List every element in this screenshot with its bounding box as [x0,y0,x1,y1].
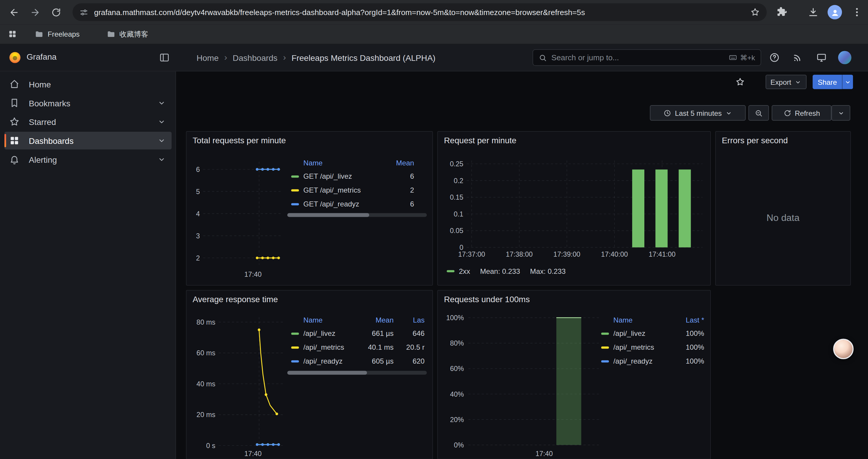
series-marker [291,346,299,348]
reload-button[interactable] [46,3,65,22]
grafana-logo[interactable] [8,51,22,64]
keyboard-icon [728,53,737,62]
share-button[interactable]: Share [813,75,842,89]
svg-text:20 ms: 20 ms [196,411,215,419]
extensions-button[interactable] [776,6,787,18]
legend-column-header[interactable]: Last * [674,316,704,324]
svg-text:0.1: 0.1 [454,210,464,218]
chevron-down-icon [725,109,732,117]
browser-menu-button[interactable] [851,6,862,18]
sidebar-item-bookmarks[interactable]: Bookmarks [4,94,172,112]
panel-legend: NameMeanGET /api/_livez6GET /api/_metric… [291,156,418,210]
chevron-down-icon[interactable] [157,155,166,164]
chevron-down-icon[interactable] [157,117,166,126]
legend-row: GET /api/_metrics2 [291,183,414,197]
svg-text:0.2: 0.2 [454,177,464,185]
legend-scrollbar[interactable] [287,371,427,374]
bookmark-folder-freeleaps[interactable]: Freeleaps [29,28,85,41]
dots-vertical-icon [851,6,862,18]
apps-grid-icon[interactable] [8,29,17,39]
downloads-button[interactable] [808,6,819,18]
panel-errors-per-second: Errors per second No data [715,131,851,286]
chevron-down-icon [795,78,802,85]
home-icon [9,78,20,90]
legend-row: /api/_readyz100% [601,354,704,368]
site-settings-icon[interactable] [79,7,89,17]
bell-icon [9,154,20,165]
sidebar-item-alerting[interactable]: Alerting [4,151,172,168]
legend-series-name[interactable]: /api/_metrics [613,343,674,352]
legend-column-header[interactable]: Name [291,316,361,324]
bookmark-star-icon[interactable] [750,7,760,17]
refresh-interval-button[interactable] [831,105,850,121]
breadcrumb-home[interactable]: Home [196,53,219,62]
folder-icon [106,30,115,38]
browser-profile-avatar[interactable] [828,5,842,20]
legend-series-name[interactable]: GET /api/_metrics [303,186,386,194]
refresh-button[interactable]: Refresh [772,105,831,121]
legend-column-header[interactable]: Name [601,316,674,324]
sidebar-item-dashboards[interactable]: Dashboards [4,132,172,150]
share-menu-button[interactable] [842,75,853,89]
url-bar[interactable]: grafana.mathmast.com/d/deytv4rwavabkb/fr… [72,3,767,21]
panel-request-per-minute: Request per minute 0.250.20.150.10.05017… [437,131,711,286]
export-button[interactable]: Export [766,75,807,89]
chevron-down-icon[interactable] [157,99,166,107]
sidebar-item-starred[interactable]: Starred [4,113,172,131]
url-text[interactable]: grafana.mathmast.com/d/deytv4rwavabkb/fr… [94,8,745,17]
panel-title[interactable]: Errors per second [722,136,788,145]
legend-column-header[interactable]: Las [394,316,425,324]
svg-text:80%: 80% [450,339,464,347]
legend-row: /api/_readyz605 µs620 [291,354,425,368]
puzzle-icon [776,6,787,18]
chart-request-per-minute[interactable]: 0.250.20.150.10.05017:37:0017:38:0017:39… [438,132,711,286]
time-range-picker[interactable]: Last 5 minutes [650,105,746,121]
legend-series-name[interactable]: 2xx [459,267,470,275]
zoom-out-button[interactable] [748,105,769,121]
series-marker [601,360,609,362]
breadcrumb-dashboards[interactable]: Dashboards [233,53,278,62]
bookmark-folder-blogs[interactable]: 收藏博客 [101,27,153,41]
folder-icon [34,30,43,38]
user-avatar[interactable] [838,51,851,64]
panel-requests-under-100ms: Requests under 100ms 100%80%60%40%20%0%1… [437,290,711,459]
legend-series-name[interactable]: /api/_livez [303,329,361,338]
legend-row: /api/_livez661 µs646 [291,326,425,340]
star-icon [9,116,20,127]
search-input[interactable]: Search or jump to... ⌘+k [533,49,761,66]
legend-column-header[interactable]: Mean [386,159,414,167]
bookmark-icon [9,97,20,108]
series-marker [291,175,299,177]
download-icon [808,6,819,18]
floating-assistant-avatar[interactable] [833,339,854,359]
svg-text:17:40: 17:40 [244,450,262,458]
legend-row: /api/_metrics40.1 ms20.5 r [291,340,425,354]
legend-column-header[interactable]: Name [291,159,386,167]
legend-value: 6 [386,172,414,181]
search-placeholder: Search or jump to... [551,53,728,62]
legend-series-name[interactable]: /api/_livez [613,329,674,338]
legend-column-header[interactable]: Mean [361,316,394,324]
grafana-brand: Grafana [27,52,57,61]
legend-series-name[interactable]: GET /api/_readyz [303,200,386,208]
help-button[interactable] [769,52,780,63]
legend-scrollbar[interactable] [287,213,427,217]
chevron-down-icon[interactable] [157,136,166,145]
news-button[interactable] [792,52,803,63]
back-button[interactable] [4,3,23,22]
svg-text:0%: 0% [454,441,464,449]
clock-icon [663,109,672,117]
dock-sidebar-icon[interactable] [159,52,170,63]
star-icon [735,77,745,87]
series-marker [291,203,299,205]
kiosk-mode-button[interactable] [816,52,827,63]
legend-series-name[interactable]: /api/_readyz [303,357,361,365]
forward-button[interactable] [25,3,44,22]
svg-text:17:40: 17:40 [536,450,553,458]
legend-max: Max: 0.233 [530,267,566,275]
legend-series-name[interactable]: /api/_readyz [613,357,674,365]
favorite-dashboard-button[interactable] [735,77,745,87]
legend-series-name[interactable]: /api/_metrics [303,343,361,352]
sidebar-item-home[interactable]: Home [4,75,172,93]
legend-series-name[interactable]: GET /api/_livez [303,172,386,181]
